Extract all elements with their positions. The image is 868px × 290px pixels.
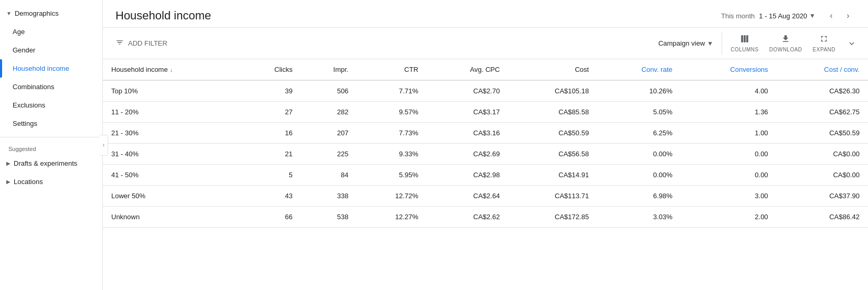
cell-cost-1: CA$85.58 (508, 102, 597, 123)
cell-cost-conv-3: CA$0.00 (777, 144, 868, 165)
sidebar-item-gender-label: Gender (13, 46, 35, 54)
th-impr[interactable]: Impr. (301, 59, 357, 80)
table-row: 31 - 40% 21 225 9.33% CA$2.69 CA$56.58 0… (103, 144, 868, 165)
sidebar-item-exclusions[interactable]: Exclusions (0, 96, 102, 114)
th-ctr[interactable]: CTR (357, 59, 427, 80)
th-conversions[interactable]: Conversions (681, 59, 776, 80)
sidebar-section-demographics[interactable]: ▼ Demographics (0, 4, 102, 23)
date-month-label: This month (721, 12, 755, 20)
campaign-view-label: Campaign view (658, 39, 705, 47)
cell-clicks-1: 27 (240, 102, 301, 123)
date-prev-button[interactable]: ‹ (824, 8, 839, 23)
date-range-value: 1 - 15 Aug 2020 (759, 12, 807, 20)
cell-avg-cpc-4: CA$2.98 (427, 165, 508, 186)
sidebar-item-settings[interactable]: Settings (0, 114, 102, 133)
th-cost[interactable]: Cost (508, 59, 597, 80)
sidebar-item-locations-label: Locations (14, 178, 43, 186)
sidebar-item-drafts[interactable]: ▶ Drafts & experiments (0, 154, 102, 173)
cell-cost-6: CA$172.85 (508, 207, 597, 228)
table-row: 21 - 30% 16 207 7.73% CA$3.16 CA$50.59 6… (103, 123, 868, 144)
cell-cost-5: CA$113.71 (508, 186, 597, 207)
sidebar-item-gender[interactable]: Gender (0, 41, 102, 59)
locations-arrow-icon: ▶ (6, 179, 10, 185)
cell-avg-cpc-1: CA$3.17 (427, 102, 508, 123)
cell-cost-conv-0: CA$26.30 (777, 80, 868, 102)
th-clicks[interactable]: Clicks (240, 59, 301, 80)
cell-avg-cpc-5: CA$2.64 (427, 186, 508, 207)
th-cost-conv[interactable]: Cost / conv. (777, 59, 868, 80)
cell-cost-conv-1: CA$62.75 (777, 102, 868, 123)
cell-ctr-4: 5.95% (357, 165, 427, 186)
cell-conversions-3: 0.00 (681, 144, 776, 165)
download-label: DOWNLOAD (769, 47, 802, 52)
table-row: 41 - 50% 5 84 5.95% CA$2.98 CA$14.91 0.0… (103, 165, 868, 186)
download-button[interactable]: DOWNLOAD (765, 32, 807, 55)
cell-cost-conv-5: CA$37.90 (777, 186, 868, 207)
cell-clicks-2: 16 (240, 123, 301, 144)
sidebar-item-household-income-label: Household income (13, 65, 69, 72)
main-content: Household income This month 1 - 15 Aug 2… (103, 0, 868, 290)
cell-ctr-0: 7.71% (357, 80, 427, 102)
th-household-income[interactable]: Household income ↓ (103, 59, 240, 80)
cell-conversions-6: 2.00 (681, 207, 776, 228)
sidebar-section-label: Demographics (15, 9, 59, 17)
cell-clicks-3: 21 (240, 144, 301, 165)
table-row: 11 - 20% 27 282 9.57% CA$3.17 CA$85.58 5… (103, 102, 868, 123)
cell-conv-rate-4: 0.00% (597, 165, 681, 186)
cell-income-6: Unknown (103, 207, 240, 228)
sidebar-divider (0, 137, 102, 137)
toolbar: ADD FILTER Campaign view ▼ COLUMNS DOWNL… (103, 28, 868, 59)
cell-cost-3: CA$56.58 (508, 144, 597, 165)
cell-income-5: Lower 50% (103, 186, 240, 207)
cell-avg-cpc-0: CA$2.70 (427, 80, 508, 102)
cell-income-3: 31 - 40% (103, 144, 240, 165)
demographics-arrow-icon: ▼ (6, 10, 12, 16)
sidebar-item-combinations-label: Combinations (13, 83, 55, 91)
expand-button[interactable]: EXPAND (809, 32, 840, 55)
cell-avg-cpc-3: CA$2.69 (427, 144, 508, 165)
expand-label: EXPAND (813, 47, 835, 52)
cell-cost-2: CA$50.59 (508, 123, 597, 144)
expand-icon (819, 34, 829, 46)
cell-ctr-2: 7.73% (357, 123, 427, 144)
data-table: Household income ↓ Clicks Impr. CTR A (103, 59, 868, 228)
th-conv-rate[interactable]: Conv. rate (597, 59, 681, 80)
sidebar-item-locations[interactable]: ▶ Locations (0, 173, 102, 191)
sidebar-item-settings-label: Settings (13, 120, 37, 127)
cell-clicks-6: 66 (240, 207, 301, 228)
cell-income-2: 21 - 30% (103, 123, 240, 144)
cell-income-1: 11 - 20% (103, 102, 240, 123)
sidebar-item-age[interactable]: Age (0, 23, 102, 41)
cell-ctr-3: 9.33% (357, 144, 427, 165)
cell-conversions-4: 0.00 (681, 165, 776, 186)
cell-impr-3: 225 (301, 144, 357, 165)
cell-clicks-5: 43 (240, 186, 301, 207)
sidebar-item-combinations[interactable]: Combinations (0, 78, 102, 96)
sort-icon: ↓ (170, 67, 173, 73)
cell-cost-conv-4: CA$0.00 (777, 165, 868, 186)
sidebar-item-drafts-label: Drafts & experiments (14, 159, 77, 167)
date-range[interactable]: This month 1 - 15 Aug 2020 ▼ (721, 12, 816, 20)
cell-avg-cpc-6: CA$2.62 (427, 207, 508, 228)
sidebar-item-age-label: Age (13, 28, 25, 36)
cell-impr-2: 207 (301, 123, 357, 144)
collapse-panel-button[interactable] (844, 36, 860, 51)
sidebar-item-household-income[interactable]: Household income (0, 59, 102, 78)
columns-button[interactable]: COLUMNS (726, 32, 763, 55)
add-filter-button[interactable]: ADD FILTER (111, 35, 172, 52)
cell-impr-0: 506 (301, 80, 357, 102)
cell-conv-rate-5: 6.98% (597, 186, 681, 207)
cell-conversions-1: 1.36 (681, 102, 776, 123)
campaign-view-button[interactable]: Campaign view ▼ (654, 36, 717, 50)
table-row: Unknown 66 538 12.27% CA$2.62 CA$172.85 … (103, 207, 868, 228)
cell-impr-1: 282 (301, 102, 357, 123)
cell-clicks-0: 39 (240, 80, 301, 102)
sidebar: ▼ Demographics Age Gender Household inco… (0, 0, 103, 290)
cell-cost-conv-6: CA$86.42 (777, 207, 868, 228)
cell-cost-0: CA$105.18 (508, 80, 597, 102)
th-avg-cpc[interactable]: Avg. CPC (427, 59, 508, 80)
sidebar-collapse-tab[interactable]: › (100, 135, 108, 156)
sidebar-item-exclusions-label: Exclusions (13, 101, 45, 109)
date-next-button[interactable]: › (841, 8, 855, 23)
cell-conv-rate-1: 5.05% (597, 102, 681, 123)
